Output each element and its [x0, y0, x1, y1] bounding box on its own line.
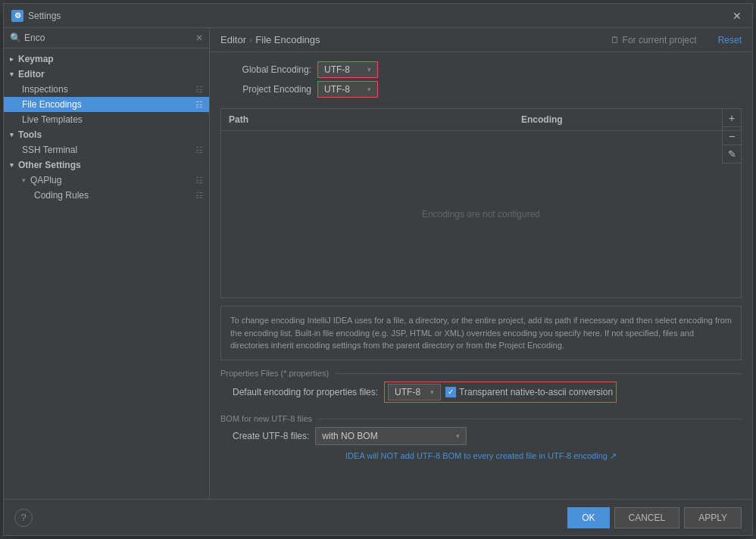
project-icon: 🗒	[611, 35, 620, 45]
sidebar-item-file-encodings[interactable]: File Encodings ☷	[4, 97, 209, 112]
title-bar: ⚙ Settings ✕	[4, 4, 752, 28]
global-encoding-value: UTF-8	[324, 64, 350, 75]
table-actions: + − ✎	[722, 109, 741, 164]
settings-icon: ☷	[195, 191, 203, 201]
dropdown-arrow-icon: ▾	[367, 66, 371, 73]
info-text: To change encoding IntelliJ IDEA uses fo…	[220, 306, 742, 360]
project-label: For current project	[623, 35, 697, 45]
dialog-footer: ? OK CANCEL APPLY	[4, 499, 752, 535]
sidebar-item-editor[interactable]: ▾ Editor	[4, 67, 209, 82]
bom-select-dropdown[interactable]: with NO BOM ▾	[315, 427, 467, 445]
expand-icon: ▸	[10, 55, 14, 63]
bom-title-text: BOM for new UTF-8 files	[220, 414, 318, 423]
sidebar-item-label: QAPlug	[30, 175, 61, 185]
default-encoding-label: Default encoding for properties files:	[233, 387, 378, 397]
properties-section-title: Properties Files (*.properties)	[220, 368, 742, 379]
check-icon: ✓	[448, 388, 454, 396]
sidebar-item-tools[interactable]: ▾ Tools	[4, 127, 209, 142]
table-header: Path Encoding	[221, 109, 741, 131]
sidebar-item-keymap[interactable]: ▸ Keymap	[4, 51, 209, 67]
sidebar-item-label: Tools	[18, 129, 42, 140]
sidebar-item-ssh-terminal[interactable]: SSH Terminal ☷	[4, 142, 209, 157]
settings-content: Global Encoding: UTF-8 ▾ Project Encodin…	[210, 52, 752, 499]
cancel-button[interactable]: CANCEL	[614, 507, 680, 528]
ok-button[interactable]: OK	[567, 507, 609, 528]
sidebar-item-coding-rules[interactable]: Coding Rules ☷	[4, 188, 209, 203]
sidebar-item-other-settings[interactable]: ▾ Other Settings	[4, 157, 209, 173]
add-row-button[interactable]: +	[723, 109, 741, 127]
breadcrumb-parent: Editor	[220, 34, 246, 45]
sidebar-item-inspections[interactable]: Inspections ☷	[4, 82, 209, 97]
encodings-table: Path Encoding Encodings are not configur…	[220, 108, 742, 298]
settings-icon: ☷	[195, 176, 203, 185]
close-button[interactable]: ✕	[729, 8, 745, 23]
expand-icon: ▾	[10, 131, 14, 139]
properties-highlight-box: UTF-8 ▾ ✓ Transparent native-to-ascii co…	[384, 382, 617, 403]
expand-icon: ▾	[22, 176, 26, 184]
project-scope: 🗒 For current project	[611, 35, 697, 45]
sidebar-item-label: Editor	[18, 69, 45, 79]
sidebar-item-label: Live Templates	[22, 114, 83, 125]
settings-icon: ☷	[195, 145, 203, 155]
breadcrumb-separator: ›	[249, 34, 252, 45]
sidebar-item-qaplug[interactable]: ▾ QAPlug ☷	[4, 173, 209, 188]
main-header: Editor › File Encodings 🗒 For current pr…	[210, 28, 752, 52]
title-bar-text: Settings	[28, 11, 729, 21]
dropdown-arrow-icon: ▾	[456, 432, 460, 440]
bom-create-label: Create UTF-8 files:	[233, 431, 309, 441]
settings-icon: ☷	[195, 85, 203, 95]
breadcrumb: Editor › File Encodings	[220, 34, 608, 45]
table-body: Encodings are not configured	[221, 131, 741, 298]
apply-button[interactable]: APPLY	[684, 507, 742, 528]
project-encoding-label: Project Encoding	[220, 84, 311, 95]
bom-create-row: Create UTF-8 files: with NO BOM ▾	[220, 424, 742, 448]
main-content-area: 🔍 ✕ ▸ Keymap ▾ Editor Inspections	[4, 28, 752, 499]
default-encoding-row: Default encoding for properties files: U…	[220, 379, 742, 406]
reset-button[interactable]: Reset	[718, 35, 742, 45]
sidebar-item-label: Keymap	[18, 54, 54, 64]
settings-icon: ☷	[195, 100, 203, 110]
expand-icon: ▾	[10, 161, 14, 169]
settings-dialog: ⚙ Settings ✕ 🔍 ✕ ▸ Keymap ▾	[3, 3, 753, 536]
help-button[interactable]: ?	[14, 509, 33, 527]
encoding-rows: Global Encoding: UTF-8 ▾ Project Encodin…	[220, 61, 742, 101]
bom-section: BOM for new UTF-8 files Create UTF-8 fil…	[220, 413, 742, 464]
bom-select-value: with NO BOM	[322, 431, 377, 441]
sidebar-item-label: Coding Rules	[34, 190, 89, 201]
dropdown-arrow-icon: ▾	[367, 86, 371, 93]
remove-row-button[interactable]: −	[723, 127, 741, 145]
global-encoding-label: Global Encoding:	[220, 64, 311, 75]
search-input[interactable]	[24, 33, 192, 43]
sidebar-item-label: File Encodings	[22, 99, 82, 110]
properties-section: Properties Files (*.properties) Default …	[220, 368, 742, 406]
bom-hint: IDEA will NOT add UTF-8 BOM to every cre…	[220, 448, 742, 464]
sidebar-item-live-templates[interactable]: Live Templates	[4, 112, 209, 127]
sidebar-item-label: Inspections	[22, 84, 68, 95]
search-icon: 🔍	[10, 33, 21, 43]
project-encoding-value: UTF-8	[324, 84, 350, 95]
encoding-column-header: Encoding	[514, 112, 741, 127]
expand-icon: ▾	[10, 70, 14, 78]
breadcrumb-current: File Encodings	[255, 34, 320, 45]
main-panel: Editor › File Encodings 🗒 For current pr…	[210, 28, 752, 499]
project-encoding-row: Project Encoding UTF-8 ▾	[220, 81, 742, 98]
sidebar-item-label: Other Settings	[18, 160, 81, 170]
clear-search-button[interactable]: ✕	[195, 33, 203, 43]
sidebar-search-container: 🔍 ✕	[4, 28, 209, 48]
edit-row-button[interactable]: ✎	[723, 145, 741, 164]
path-column-header: Path	[221, 112, 514, 127]
edit-icon: ✎	[728, 148, 736, 160]
sidebar-item-label: SSH Terminal	[22, 145, 77, 155]
sidebar: 🔍 ✕ ▸ Keymap ▾ Editor Inspections	[4, 28, 210, 499]
project-encoding-dropdown[interactable]: UTF-8 ▾	[317, 81, 378, 98]
global-encoding-dropdown[interactable]: UTF-8 ▾	[317, 61, 378, 78]
dropdown-arrow-icon: ▾	[430, 388, 434, 396]
empty-table-message: Encodings are not configured	[422, 209, 540, 220]
properties-encoding-value: UTF-8	[395, 387, 420, 397]
global-encoding-row: Global Encoding: UTF-8 ▾	[220, 61, 742, 78]
transparent-label: Transparent native-to-ascii conversion	[459, 387, 613, 397]
bom-section-title: BOM for new UTF-8 files	[220, 413, 742, 424]
properties-encoding-dropdown[interactable]: UTF-8 ▾	[388, 384, 441, 400]
transparent-checkbox[interactable]: ✓	[445, 387, 456, 397]
transparent-checkbox-container[interactable]: ✓ Transparent native-to-ascii conversion	[445, 387, 613, 397]
